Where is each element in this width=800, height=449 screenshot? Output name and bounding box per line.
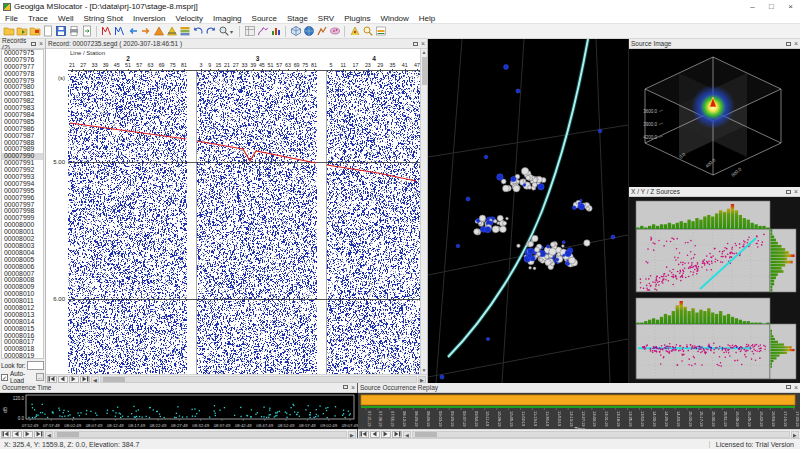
xyz-sources-header: X / Y / Z Sources × [629,187,800,197]
vscroll-thumb[interactable] [422,57,427,85]
menu-item-imaging[interactable]: Imaging [208,13,246,24]
float-panel-icon[interactable] [31,42,36,46]
play-button[interactable] [69,376,79,383]
gain-button[interactable] [269,25,282,38]
menu-item-stage[interactable]: Stage [282,13,313,24]
events-3d-view[interactable] [428,39,628,383]
scroll-right-icon[interactable]: ▶ [791,431,799,438]
srv-tool-button[interactable] [328,25,341,38]
last-button[interactable] [34,431,44,438]
hscroll-thumb[interactable] [103,377,125,382]
svg-text:15:34:19: 15:34:19 [711,411,716,427]
menu-item-window[interactable]: Window [375,13,413,24]
menu-item-source[interactable]: Source [247,13,282,24]
float-panel-icon[interactable] [413,42,418,46]
spectrum-button[interactable] [256,25,269,38]
close-panel-icon[interactable]: × [794,384,798,391]
replay-timeline[interactable]: 07:21:1907:38:1907:55:1908:12:1908:29:19… [358,393,800,430]
close-panel-icon[interactable]: × [794,40,798,47]
velocity-model-button[interactable] [152,25,165,38]
play-button[interactable] [23,431,33,438]
menu-item-velocity[interactable]: Velocity [171,13,209,24]
records-list[interactable]: 0000797500007976000079770000797800007979… [1,49,44,359]
scroll-right-icon[interactable]: ▶ [418,376,426,383]
menu-item-inversion[interactable]: Inversion [128,13,170,24]
xz-scatter-chart[interactable] [630,296,800,381]
close-panel-icon[interactable]: × [351,384,355,391]
scroll-left-icon[interactable]: ◀ [45,431,53,438]
scroll-up-icon[interactable]: ▲ [422,49,427,56]
close-panel-icon[interactable]: × [39,40,43,47]
prev-button[interactable] [12,431,22,438]
float-panel-icon[interactable] [786,385,791,389]
redo-button[interactable] [204,25,217,38]
scroll-left-icon[interactable]: ◀ [91,376,99,383]
pick-s-button[interactable] [113,25,126,38]
look-for-input[interactable] [27,361,44,370]
save-record-button[interactable] [54,25,67,38]
menu-item-well[interactable]: Well [53,13,78,24]
scroll-right-icon[interactable]: ▶ [348,431,356,438]
close-panel-icon[interactable]: × [794,188,798,195]
first-button[interactable] [47,376,57,383]
xy-scatter-chart[interactable] [630,199,800,294]
moveout-button[interactable] [165,25,178,38]
replay-chart-button[interactable] [374,25,387,38]
pick-p-button[interactable] [100,25,113,38]
scroll-down-icon[interactable]: ▼ [422,367,427,374]
float-panel-icon[interactable] [786,190,791,194]
prev-button[interactable] [58,376,68,383]
waveform-display[interactable]: (s) 5.00 6.00 Line / Station 22127333945… [46,49,427,374]
occurrence-time-plot[interactable]: dB120.00.007:52:4907:57:4908:02:4908:07:… [0,393,358,430]
maximize-button[interactable]: □ [762,0,781,13]
last-button[interactable] [392,431,402,438]
last-button[interactable] [80,376,90,383]
seismic-traces[interactable] [68,71,421,374]
locate-sources-button[interactable] [348,25,361,38]
source-image-cube[interactable]: 3600.03900.04200.00.0400.0800.0 [629,49,799,186]
prev-record-button[interactable] [126,25,139,38]
occurrence-time-title: Occurrence Time [2,384,52,391]
search-events-button[interactable] [361,25,374,38]
auto-load-checkbox[interactable]: ✓ [1,374,8,381]
play-button[interactable] [381,431,391,438]
hscrollbar[interactable] [100,376,417,383]
first-button[interactable] [1,431,11,438]
hscrollbar[interactable] [412,431,790,438]
menu-item-string-shot[interactable]: String Shot [78,13,128,24]
menu-item-file[interactable]: File [0,13,23,24]
zoom-select-button[interactable] [217,25,230,38]
float-panel-icon[interactable] [786,42,791,46]
prev-button[interactable] [370,431,380,438]
filter-button[interactable] [243,25,256,38]
new-record-button[interactable] [41,25,54,38]
menu-item-plugins[interactable]: Plugins [339,13,375,24]
scroll-left-icon[interactable]: ◀ [403,431,411,438]
first-button[interactable] [359,431,369,438]
float-panel-icon[interactable] [343,385,348,389]
menu-item-trace[interactable]: Trace [23,13,53,24]
last-icon [35,431,43,437]
menu-item-help[interactable]: Help [414,13,440,24]
print-button[interactable] [67,25,80,38]
undo-button[interactable] [191,25,204,38]
section-button[interactable] [178,25,191,38]
close-panel-icon[interactable]: × [421,40,425,47]
hscroll-thumb[interactable] [57,432,79,437]
next-record-button[interactable] [139,25,152,38]
menu-item-srv[interactable]: SRV [313,13,339,24]
waveform-vscrollbar[interactable]: ▲ ▼ [420,49,427,374]
close-button[interactable]: × [781,0,800,13]
line-station-axis: Line / Station 2212733394551576369758133… [68,49,421,71]
more-button[interactable]: ... [36,373,44,381]
hscroll-thumb[interactable] [415,432,437,437]
view-3d-button[interactable] [289,25,302,38]
hscrollbar[interactable] [54,431,347,438]
stage-tool-button[interactable] [315,25,328,38]
minimize-button[interactable]: – [743,0,762,13]
source-image-header: Source Image × [629,39,800,49]
source-image-button[interactable] [302,25,315,38]
svg-text:08:47:49: 08:47:49 [256,423,273,428]
export-record-button[interactable] [80,25,93,38]
zoom-dropdown-caret-icon[interactable]: ▾ [230,28,236,35]
